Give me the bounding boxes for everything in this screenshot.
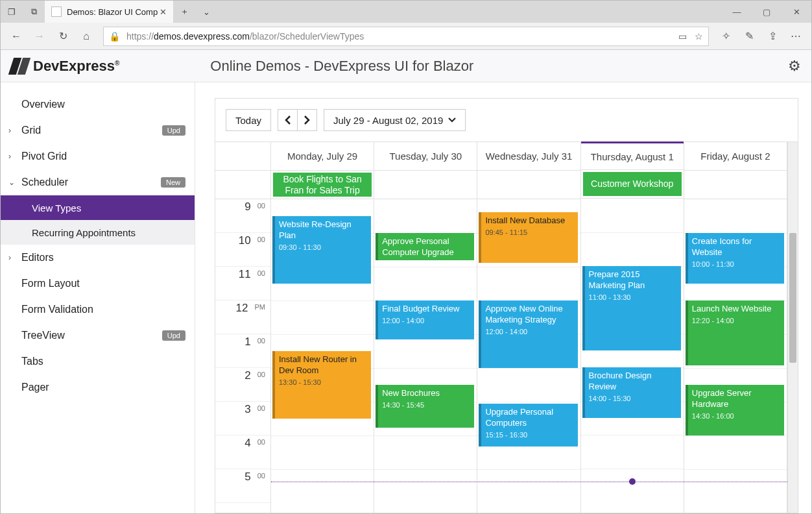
sidebar-item-label: Scheduler	[21, 177, 68, 188]
sidebar-item-form-layout[interactable]: Form Layout	[1, 271, 195, 297]
sidebar-item-overview[interactable]: Overview	[1, 92, 195, 117]
current-time-line	[271, 482, 787, 482]
appointment[interactable]: Install New Router in Dev Room13:30 - 15…	[272, 351, 371, 419]
scheduler-toolbar: Today July 29 - August 02, 2019	[215, 99, 798, 141]
close-icon[interactable]: ✕	[160, 7, 167, 17]
day-grid[interactable]: Approve Personal Computer UpgradeFinal B…	[374, 199, 477, 513]
appointment[interactable]: Prepare 2015 Marketing Plan11:00 - 13:30	[582, 266, 681, 350]
badge: New	[161, 177, 185, 188]
day-column: Tuesday, July 30Approve Personal Compute…	[374, 142, 477, 513]
sidebar-item-scheduler[interactable]: ⌄SchedulerNew	[1, 169, 195, 195]
minute-label: 00	[257, 404, 265, 412]
prev-button[interactable]	[278, 109, 297, 131]
minute-label: 00	[257, 236, 265, 243]
appointment[interactable]: Website Re-Design Plan09:30 - 11:30	[272, 216, 371, 284]
appointment[interactable]: New Brochures14:30 - 15:45	[376, 385, 474, 428]
gear-icon[interactable]: ⚙	[788, 58, 801, 75]
appointment-title: Upgrade Personal Computers	[485, 407, 573, 429]
time-row: 400	[215, 435, 270, 469]
titlebar: ❐ ⧉ Demos: Blazor UI Comp ✕ ＋ ⌄ — ▢ ✕	[1, 1, 811, 23]
appointment-title: Upgrade Server Hardware	[692, 388, 780, 410]
date-range-picker[interactable]: July 29 - August 02, 2019	[324, 109, 466, 131]
day-grid[interactable]: Install New Database09:45 - 11:15Approve…	[477, 199, 580, 513]
sidebar-item-label: Grid	[21, 125, 41, 136]
allday-cell[interactable]: Book Flights to San Fran for Sales Trip	[271, 171, 374, 199]
appointment[interactable]: Upgrade Personal Computers15:15 - 16:30	[479, 404, 577, 447]
new-tab-button[interactable]: ＋	[173, 1, 195, 23]
favorite-icon[interactable]: ☆	[695, 31, 703, 42]
favorites-bar-icon[interactable]: ✧	[714, 25, 737, 48]
allday-cell[interactable]	[477, 171, 580, 199]
window-maximize[interactable]: ▢	[752, 1, 782, 23]
next-button[interactable]	[297, 109, 317, 131]
sidebar-subitem-view-types[interactable]: View Types	[1, 195, 195, 220]
day-header: Monday, July 29	[271, 142, 374, 171]
appointment-time: 14:30 - 15:45	[382, 400, 470, 410]
appointment[interactable]: Launch New Website12:20 - 14:00	[686, 300, 784, 365]
more-icon[interactable]: ⋯	[784, 25, 807, 48]
sidebar-subitem-recurring-appointments[interactable]: Recurring Appointments	[1, 220, 195, 245]
task-icon[interactable]: ⧉	[23, 1, 45, 23]
hour-label: 12	[236, 302, 248, 315]
vertical-scrollbar[interactable]	[787, 142, 798, 513]
day-grid[interactable]: Prepare 2015 Marketing Plan11:00 - 13:30…	[581, 199, 684, 513]
minute-label: PM	[255, 303, 266, 311]
tabs-dropdown-icon[interactable]: ⌄	[195, 1, 217, 23]
appointment[interactable]: Approve Personal Computer Upgrade	[376, 233, 474, 260]
hour-label: 10	[239, 234, 251, 247]
sidebar-item-tabs[interactable]: Tabs	[1, 349, 195, 374]
sidebar-item-pivot-grid[interactable]: ›Pivot Grid	[1, 143, 195, 169]
appointment[interactable]: Upgrade Server Hardware14:30 - 16:00	[686, 385, 784, 435]
appointment-title: Approve Personal Computer Upgrade	[382, 236, 470, 258]
appointment-time: 10:00 - 11:30	[692, 260, 780, 269]
appointment[interactable]: Create Icons for Website10:00 - 11:30	[686, 233, 784, 284]
sidebar-item-label: Form Validation	[21, 304, 93, 315]
brand-name: DevExpress®	[33, 58, 119, 75]
nav-refresh[interactable]: ↻	[51, 25, 75, 48]
notes-icon[interactable]: ✎	[737, 25, 761, 48]
appointment-time: 09:45 - 11:15	[485, 228, 573, 237]
day-column: Thursday, August 1Customer WorkshopPrepa…	[581, 142, 684, 513]
nav-group	[278, 109, 317, 131]
scheduler-grid: 9001000110012PM100200300400500 Monday, J…	[215, 141, 798, 513]
sidebar-item-label: Tabs	[21, 356, 43, 367]
sidebar-item-editors[interactable]: ›Editors	[1, 245, 195, 271]
window-close[interactable]: ✕	[782, 1, 811, 23]
day-column: Monday, July 29Book Flights to San Fran …	[271, 142, 374, 513]
appointment-title: Create Icons for Website	[692, 236, 780, 258]
allday-appointment[interactable]: Book Flights to San Fran for Sales Trip	[273, 173, 372, 197]
nav-back[interactable]: ←	[5, 25, 28, 48]
appointment-title: Final Budget Review	[382, 304, 470, 315]
day-header: Wednesday, July 31	[477, 142, 580, 171]
nav-forward[interactable]: →	[28, 25, 51, 48]
sidebar-item-form-validation[interactable]: Form Validation	[1, 297, 195, 323]
day-grid[interactable]: Create Icons for Website10:00 - 11:30Lau…	[684, 199, 787, 513]
today-button[interactable]: Today	[226, 109, 271, 131]
chevron-icon: ›	[8, 126, 11, 135]
share-icon[interactable]: ⇪	[761, 25, 784, 48]
appointment[interactable]: Brochure Design Review14:00 - 15:30	[582, 367, 681, 418]
date-range-label: July 29 - August 02, 2019	[333, 115, 443, 126]
hour-label: 1	[245, 336, 250, 349]
day-grid[interactable]: Website Re-Design Plan09:30 - 11:30Insta…	[271, 199, 374, 513]
allday-appointment[interactable]: Customer Workshop	[583, 172, 682, 196]
appointment[interactable]: Install New Database09:45 - 11:15	[479, 212, 577, 263]
minute-label: 00	[257, 269, 265, 277]
appointment[interactable]: Final Budget Review12:00 - 14:00	[376, 300, 474, 339]
appointment[interactable]: Approve New Online Marketing Strategy12:…	[479, 300, 577, 368]
sidebar-item-grid[interactable]: ›GridUpd	[1, 117, 195, 143]
allday-cell[interactable]: Customer Workshop	[581, 170, 684, 199]
browser-tab[interactable]: Demos: Blazor UI Comp ✕	[45, 1, 173, 23]
current-time-dot	[629, 478, 636, 485]
reading-view-icon[interactable]: ▭	[678, 31, 687, 42]
time-row: 200	[215, 368, 270, 402]
sidebar-item-pager[interactable]: Pager	[1, 374, 195, 400]
window-minimize[interactable]: —	[722, 1, 752, 23]
nav-home[interactable]: ⌂	[75, 25, 98, 48]
app-header: DevExpress® Online Demos - DevExpress UI…	[1, 50, 811, 82]
sidebar-item-treeview[interactable]: TreeViewUpd	[1, 323, 195, 349]
allday-cell[interactable]	[684, 171, 787, 199]
url-input[interactable]: 🔒 https:// demos.devexpress.com /blazor/…	[103, 27, 709, 46]
allday-cell[interactable]	[374, 171, 477, 199]
cascade-icon[interactable]: ❐	[1, 1, 23, 23]
